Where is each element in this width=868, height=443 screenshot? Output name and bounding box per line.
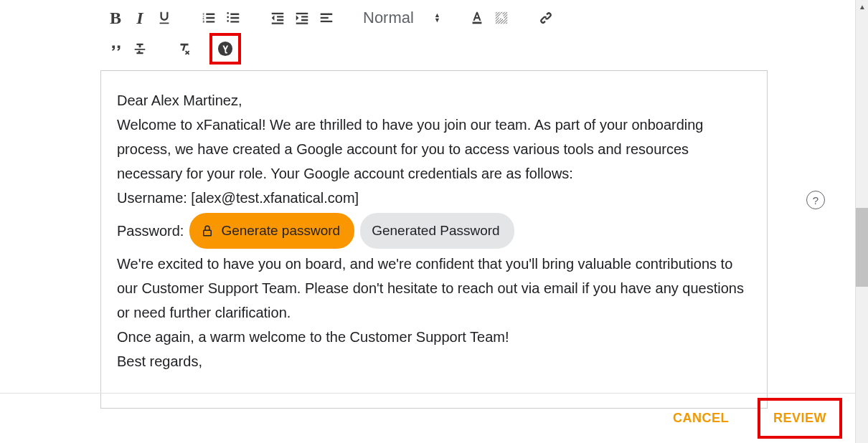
- color-group: [465, 7, 514, 29]
- underline-button[interactable]: [152, 7, 176, 29]
- generated-password-chip[interactable]: Generated Password: [360, 213, 514, 249]
- dialog-footer: CANCEL REVIEW: [0, 393, 855, 443]
- email-body-editor[interactable]: Dear Alex Martinez, Welcome to xFanatica…: [100, 71, 768, 409]
- unordered-list-button[interactable]: [221, 7, 245, 29]
- strikethrough-button[interactable]: [128, 38, 152, 59]
- insert-variable-button[interactable]: [214, 37, 237, 60]
- generated-password-label: Generated Password: [372, 219, 500, 243]
- bold-button[interactable]: B: [103, 7, 128, 29]
- cancel-button[interactable]: CANCEL: [673, 411, 729, 426]
- highlight-color-button[interactable]: [489, 7, 514, 29]
- paragraph-2: We're excited to have you on board, and …: [117, 252, 751, 325]
- misc-group: [103, 33, 241, 65]
- link-button[interactable]: [534, 7, 558, 29]
- text-color-button[interactable]: [465, 7, 489, 29]
- indent-group: [265, 7, 339, 29]
- review-button-highlight: REVIEW: [758, 398, 842, 439]
- greeting-line: Dear Alex Martinez,: [117, 88, 751, 113]
- variable-button-highlight: [209, 33, 241, 65]
- vertical-scrollbar[interactable]: ▲: [855, 0, 868, 443]
- help-icon[interactable]: ?: [806, 191, 825, 209]
- password-label: Password:: [117, 219, 184, 243]
- scroll-up-icon[interactable]: ▲: [856, 0, 868, 13]
- username-line: Username: [alex@test.xfanatical.com]: [117, 186, 751, 210]
- review-button[interactable]: REVIEW: [773, 411, 826, 426]
- editor-container: B I Normal ▲▼: [100, 0, 768, 409]
- scrollbar-thumb[interactable]: [856, 208, 868, 287]
- lock-icon: [201, 224, 214, 237]
- signoff-line: Best regards,: [117, 349, 751, 373]
- generate-password-label: Generate password: [221, 219, 340, 243]
- outdent-button[interactable]: [265, 7, 290, 29]
- generate-password-chip[interactable]: Generate password: [189, 213, 354, 249]
- link-group: [534, 7, 558, 29]
- list-group: [197, 7, 245, 29]
- paragraph-1: Welcome to xFanatical! We are thrilled t…: [117, 113, 751, 186]
- italic-button[interactable]: I: [128, 7, 152, 29]
- align-button[interactable]: [314, 7, 339, 29]
- text-style-group: B I: [103, 7, 176, 29]
- clear-format-button[interactable]: [172, 38, 197, 59]
- svg-rect-0: [472, 22, 481, 24]
- password-line: Password: Generate password Generated Pa…: [117, 213, 751, 249]
- rich-text-toolbar: B I Normal ▲▼: [100, 0, 768, 71]
- font-size-label: Normal: [363, 9, 414, 27]
- blockquote-button[interactable]: [103, 38, 128, 59]
- font-size-picker[interactable]: Normal ▲▼: [359, 9, 445, 27]
- paragraph-3: Once again, a warm welcome to the Custom…: [117, 325, 751, 349]
- ordered-list-button[interactable]: [197, 7, 221, 29]
- indent-button[interactable]: [290, 7, 314, 29]
- font-size-stepper-icon: ▲▼: [434, 13, 440, 23]
